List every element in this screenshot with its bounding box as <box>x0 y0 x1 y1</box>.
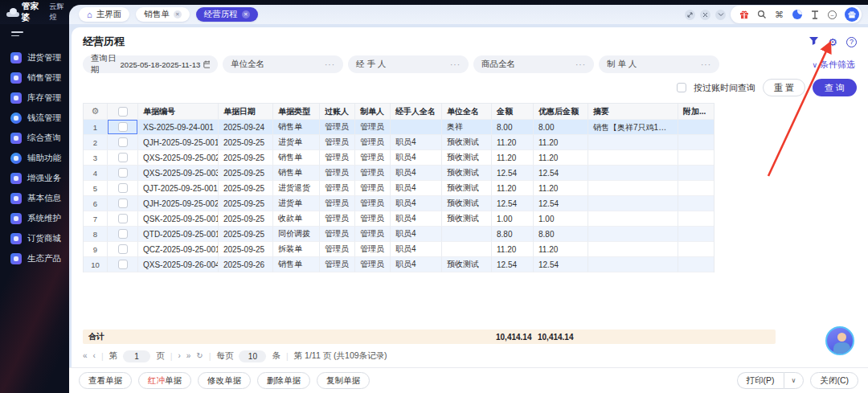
first-page-icon[interactable]: « <box>83 352 88 360</box>
sidebar-item-enhanced-biz[interactable]: 增强业务 <box>0 168 69 188</box>
tab-main[interactable]: ⌂主界面 <box>79 7 129 22</box>
cell: 管理员 <box>320 211 355 227</box>
sidebar-item-query[interactable]: 综合查询 <box>0 128 69 148</box>
totals-discounted-amount: 10,414.14 <box>533 333 588 342</box>
cell: QTD-2025-09-25-001 <box>138 227 219 242</box>
table-row[interactable]: 8QTD-2025-09-25-0012025-09-25同价调拨管理员管理员职… <box>84 227 714 242</box>
filter-field-2[interactable]: 商品全名··· <box>473 55 594 73</box>
row-checkbox[interactable] <box>118 229 128 239</box>
table-row[interactable]: 7QSK-2025-09-25-0012025-09-25收款单管理员管理员职员… <box>84 211 714 227</box>
help-icon[interactable]: ? <box>846 37 857 47</box>
sidebar: 进货管理销售管理库存管理钱流管理综合查询辅助功能增强业务基本信息系统维护订货商城… <box>0 24 69 393</box>
prev-page-icon[interactable]: ‹ <box>93 352 96 360</box>
row-number: 4 <box>84 166 108 181</box>
table-row[interactable]: 10QXS-2025-09-26-0042025-09-26销售单管理员管理员职… <box>84 257 714 272</box>
assistant-avatar[interactable] <box>825 326 854 355</box>
app-logo: 管家婆 云辉煌 <box>0 0 69 24</box>
cell: 管理员 <box>355 196 391 211</box>
posting-time-checkbox[interactable] <box>677 83 686 92</box>
table-row[interactable]: 5QJT-2025-09-25-0012025-09-25进货退货管理员管理员职… <box>84 181 714 196</box>
table-row[interactable]: 6QJH-2025-09-25-0022025-09-25进货单管理员管理员职员… <box>84 196 714 211</box>
sidebar-item-system-maintenance[interactable]: 系统维护 <box>0 208 69 228</box>
cell: 管理员 <box>320 150 355 166</box>
modify-document-button[interactable]: 修改单据 <box>198 372 251 389</box>
row-checkbox[interactable] <box>118 214 128 223</box>
app-window: 管家婆 云辉煌 ⌂主界面销售单✕经营历程✕ ⌘ – <box>0 0 868 393</box>
row-number: 3 <box>84 150 108 166</box>
filter-funnel-icon[interactable] <box>809 35 819 49</box>
row-checkbox[interactable] <box>118 168 128 178</box>
sidebar-item-assist[interactable]: 辅助功能 <box>0 148 69 168</box>
theme-icon[interactable] <box>809 10 820 20</box>
cell: 进货单 <box>273 135 320 150</box>
shortcut-icon[interactable]: ⌘ <box>774 10 784 20</box>
table-row[interactable]: 9QCZ-2025-09-25-0012025-09-25拆装单管理员管理员职员… <box>84 242 714 257</box>
tab-business-history[interactable]: 经营历程✕ <box>196 7 258 22</box>
gift-icon[interactable] <box>739 10 749 20</box>
cell: 管理员 <box>320 166 355 181</box>
column-settings-icon[interactable]: ⚙ <box>84 104 108 120</box>
rewards-button[interactable] <box>845 7 859 22</box>
column-header: 经手人全名 <box>391 104 442 120</box>
per-page-input[interactable]: 10 <box>239 350 266 362</box>
sidebar-item-cashflow[interactable]: 钱流管理 <box>0 108 69 128</box>
table-row[interactable]: 4QXS-2025-09-25-0032025-09-25销售单管理员管理员职员… <box>84 166 714 181</box>
red-flush-document-button[interactable]: 红冲单据 <box>138 372 191 389</box>
table-body: 1XS-2025-09-24-0012025-09-24销售单管理员管理员奥祥8… <box>84 120 714 272</box>
row-checkbox[interactable] <box>118 199 128 208</box>
menu-toggle-icon[interactable] <box>11 31 23 36</box>
cell: 管理员 <box>355 166 391 181</box>
close-window-icon[interactable] <box>700 10 710 20</box>
collapse-icon[interactable] <box>715 10 726 20</box>
print-button[interactable]: 打印(P) <box>737 372 784 389</box>
cell <box>678 150 714 166</box>
more-filters-link[interactable]: ∨ 条件筛选 <box>812 59 855 71</box>
sidebar-item-sales[interactable]: 销售管理 <box>0 68 69 88</box>
sidebar-item-basic-info[interactable]: 基本信息 <box>0 188 69 208</box>
row-checkbox[interactable] <box>118 260 128 269</box>
search-button[interactable]: 查 询 <box>813 79 857 96</box>
fullscreen-icon[interactable] <box>685 10 695 20</box>
sidebar-item-eco-products[interactable]: 生态产品 <box>0 248 69 268</box>
close-icon[interactable]: ✕ <box>174 10 182 18</box>
tab-sales-order[interactable]: 销售单✕ <box>136 7 190 22</box>
row-checkbox[interactable] <box>118 137 128 147</box>
table-row[interactable]: 2QJH-2025-09-25-0012025-09-25进货单管理员管理员职员… <box>84 135 714 150</box>
reset-button[interactable]: 重 置 <box>763 79 805 96</box>
print-dropdown-icon[interactable]: ∨ <box>784 372 805 389</box>
cell: 预收测试 <box>442 150 492 166</box>
close-icon[interactable]: ✕ <box>242 10 250 18</box>
query-row: 按过账时间查询 重 置 查 询 <box>83 79 857 96</box>
delete-document-button[interactable]: 删除单据 <box>257 372 310 389</box>
settings-gear-icon[interactable]: ⚙ <box>828 37 837 47</box>
date-range-filter[interactable]: 查询日期 2025-05-18-2025-11-13 <box>83 55 218 73</box>
table-row[interactable]: 3QXS-2025-09-25-0022025-09-25销售单管理员管理员职员… <box>84 150 714 166</box>
row-checkbox[interactable] <box>118 244 128 254</box>
sidebar-item-order-mall[interactable]: 订货商城 <box>0 228 69 248</box>
refresh-icon[interactable]: ↻ <box>196 352 203 360</box>
row-checkbox[interactable] <box>118 153 128 162</box>
support-icon[interactable]: – <box>827 10 837 20</box>
page-number-input[interactable]: 1 <box>123 350 150 362</box>
copy-document-button[interactable]: 复制单据 <box>317 372 370 389</box>
table-header-row: ⚙ 单据编号单据日期单据类型过账人制单人经手人全名单位全名金额优惠后金额摘要附加… <box>84 104 714 120</box>
cell: 8.00 <box>534 120 588 135</box>
row-checkbox[interactable] <box>118 183 128 193</box>
cell: QJH-2025-09-25-002 <box>138 196 219 211</box>
last-page-icon[interactable]: » <box>186 352 191 360</box>
filter-field-1[interactable]: 经 手 人··· <box>348 55 469 73</box>
sidebar-item-label: 订货商城 <box>27 233 61 244</box>
filter-field-0[interactable]: 单位全名··· <box>223 55 343 73</box>
cell: 职员4 <box>391 181 442 196</box>
filter-field-3[interactable]: 制 单 人··· <box>599 55 719 73</box>
close-button[interactable]: 关闭(C) <box>810 372 858 389</box>
next-page-icon[interactable]: › <box>178 352 180 360</box>
select-all-checkbox[interactable] <box>118 107 128 117</box>
dark-mode-icon[interactable] <box>792 10 802 20</box>
sidebar-item-purchase[interactable]: 进货管理 <box>0 47 69 68</box>
view-document-button[interactable]: 查看单据 <box>79 372 132 389</box>
row-checkbox[interactable] <box>118 122 128 132</box>
sidebar-item-inventory[interactable]: 库存管理 <box>0 88 69 108</box>
table-row[interactable]: 1XS-2025-09-24-0012025-09-24销售单管理员管理员奥祥8… <box>84 120 714 135</box>
search-icon[interactable] <box>756 10 767 20</box>
